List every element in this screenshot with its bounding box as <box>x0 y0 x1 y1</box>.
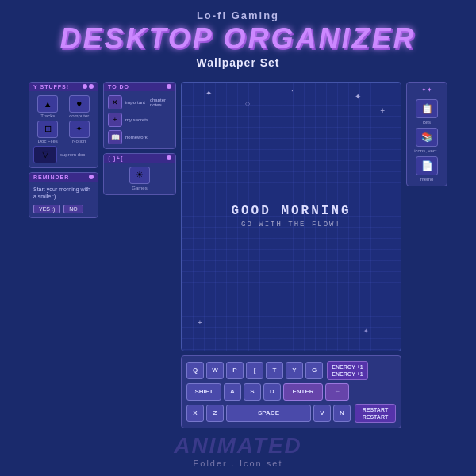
animated-label: ANIMATED <box>0 433 476 459</box>
stuffs-title: Y STUFFS! <box>33 84 69 90</box>
star-icon: ✦ <box>205 89 212 98</box>
reminder-buttons: YES :) NO <box>33 205 94 213</box>
reminder-panel: REMINDER Start your morning with a smile… <box>29 172 98 219</box>
middle-column: TO DO ✕ important chapter notes + my sec… <box>103 82 176 428</box>
lofi-label: Lo-fi Gaming <box>0 10 476 21</box>
dot1 <box>83 84 87 89</box>
keyboard-row-1: Q W P [ T Y G ENERGY +1ENERGY +1 <box>186 361 396 380</box>
games-label: Games <box>132 186 147 190</box>
memo-label: memo <box>420 177 434 182</box>
todo-body: ✕ important chapter notes + my secrets 📖… <box>104 91 175 148</box>
key-q[interactable]: Q <box>186 362 204 379</box>
key-space[interactable]: SPACE <box>226 405 311 422</box>
restart-key[interactable]: RESTARTRESTART <box>355 404 396 423</box>
privatedoc-icon: ▽ <box>33 146 57 163</box>
stuffs-panel: Y STUFFS! ▲ Tracks ♥ computer <box>29 82 98 168</box>
key-d[interactable]: D <box>263 383 281 401</box>
list-item[interactable]: ✦ Notion <box>65 121 94 144</box>
diamond-icon: ✦ <box>363 328 369 335</box>
todo-panel: TO DO ✕ important chapter notes + my sec… <box>103 82 176 149</box>
icons-icon: 📚 <box>416 128 438 147</box>
subtitle: Wallpaper Set <box>0 56 476 69</box>
bits-label: Bits <box>423 120 431 125</box>
games-dots <box>167 155 171 160</box>
header: Lo-fi Gaming DESKTOP ORGANIZER Wallpaper… <box>0 0 476 75</box>
key-w[interactable]: W <box>206 362 224 379</box>
games-panel: {-}+{ ☀ Games <box>103 153 176 195</box>
list-item[interactable]: ⊞ Doc Files <box>33 121 63 144</box>
key-x[interactable]: X <box>186 405 204 422</box>
homework-icon: 📖 <box>108 130 122 144</box>
todo-dots <box>167 84 171 89</box>
key-shift[interactable]: SHIFT <box>186 383 221 401</box>
yes-button[interactable]: YES :) <box>33 205 60 213</box>
key-n[interactable]: N <box>333 405 351 422</box>
reminder-dots <box>89 175 94 179</box>
morning-sub: GO WITH THE FLOW! <box>231 221 351 228</box>
list-item[interactable]: ▲ Tracks <box>33 95 63 118</box>
memo-icon: 📄 <box>416 156 438 175</box>
list-item[interactable]: 📖 homework <box>108 130 171 144</box>
tracks-icon: ▲ <box>37 95 58 113</box>
key-enter[interactable]: ENTER <box>283 383 323 401</box>
docfiles-label: Doc Files <box>38 139 58 144</box>
mysecrets-icon: + <box>108 113 122 127</box>
dot2 <box>89 84 94 89</box>
key-p[interactable]: P <box>226 362 244 379</box>
notion-label: Notion <box>72 139 86 144</box>
important-icon: ✕ <box>108 95 122 109</box>
key-y[interactable]: Y <box>286 362 303 379</box>
stuffs-grid: ▲ Tracks ♥ computer ⊞ Doc Files ✦ Notion <box>33 95 94 163</box>
todo-header: TO DO <box>104 83 175 91</box>
key-v[interactable]: V <box>313 405 331 422</box>
key-a[interactable]: A <box>224 383 241 401</box>
right-panel: ✦✦ 📋 Bits 📚 icons, vect.. 📄 memo <box>406 82 447 186</box>
privatedoc-label: suprem doc <box>60 152 85 157</box>
folder-label: Folder . Icon set <box>0 459 476 468</box>
keyboard-panel: Q W P [ T Y G ENERGY +1ENERGY +1 SHIFT A… <box>181 355 401 428</box>
key-bracket[interactable]: [ <box>246 362 263 379</box>
list-item[interactable]: 📋 Bits <box>409 99 444 125</box>
star-icon: · <box>291 86 294 95</box>
notion-icon: ✦ <box>69 121 90 138</box>
todo-title: TO DO <box>108 84 129 90</box>
list-item[interactable]: ✕ important chapter notes <box>108 95 171 109</box>
energy-key[interactable]: ENERGY +1ENERGY +1 <box>327 361 368 380</box>
display-panel: ✦ ✦ + + ◇ ✦ · GOOD MORNING GO WITH THE F… <box>181 82 401 351</box>
list-item[interactable]: ♥ computer <box>65 95 94 118</box>
main-column: ✦ ✦ + + ◇ ✦ · GOOD MORNING GO WITH THE F… <box>181 82 401 428</box>
key-backspace[interactable]: ← <box>325 383 349 401</box>
star-icon: + <box>198 318 202 327</box>
todo-items: ✕ important chapter notes + my secrets 📖… <box>108 95 171 144</box>
computer-label: computer <box>69 113 89 118</box>
important-label: important <box>125 100 145 105</box>
stuffs-dots <box>83 84 94 89</box>
key-z[interactable]: Z <box>206 405 224 422</box>
reminder-body: Start your morning with a smile :) YES :… <box>29 182 98 218</box>
star-icon: + <box>380 106 385 115</box>
right-panel-title: ✦✦ <box>409 86 444 94</box>
list-item[interactable]: ▽ suprem doc <box>33 146 94 163</box>
games-icon: ☀ <box>129 167 150 184</box>
list-item[interactable]: 📚 icons, vect.. <box>409 128 444 153</box>
tdot <box>167 84 171 89</box>
reminder-text: Start your morning with a smile :) <box>33 186 94 202</box>
key-t[interactable]: T <box>266 362 283 379</box>
list-item[interactable]: ☀ Games <box>108 167 171 190</box>
stuffs-body: ▲ Tracks ♥ computer ⊞ Doc Files ✦ Notion <box>29 91 98 167</box>
no-button[interactable]: NO <box>63 205 83 213</box>
right-sidebar: ✦✦ 📋 Bits 📚 icons, vect.. 📄 memo <box>406 82 447 428</box>
list-item[interactable]: + my secrets <box>108 113 171 127</box>
bottom-section: ANIMATED Folder . Icon set <box>0 428 476 476</box>
bits-icon: 📋 <box>416 99 438 118</box>
stuffs-header: Y STUFFS! <box>29 83 98 91</box>
mysecrets-label: my secrets <box>125 117 148 122</box>
main-title: DESKTOP ORGANIZER <box>0 23 476 55</box>
list-item[interactable]: 📄 memo <box>409 156 444 182</box>
games-header: {-}+{ <box>104 154 175 163</box>
left-column: Y STUFFS! ▲ Tracks ♥ computer <box>29 82 98 428</box>
key-s[interactable]: S <box>244 383 261 401</box>
rdot <box>89 175 94 179</box>
chapternotes-label: chapter notes <box>150 98 171 107</box>
key-g[interactable]: G <box>305 362 323 379</box>
